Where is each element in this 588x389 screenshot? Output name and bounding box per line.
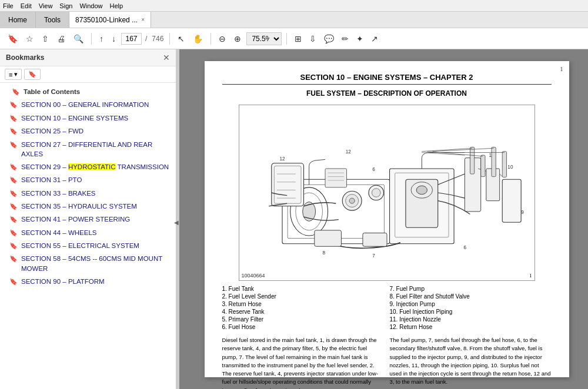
svg-point-24 (372, 189, 380, 197)
expand-all-button[interactable]: ≡ ▾ (5, 69, 22, 80)
bookmark-s55[interactable]: 🔖 SECTION 55 – ELECTRICAL SYSTEM (0, 239, 176, 252)
bookmark-s90[interactable]: 🔖 SECTION 90 – PLATFORM (0, 275, 176, 288)
nav-up-button[interactable]: ↑ (96, 32, 106, 45)
bookmark-s58[interactable]: 🔖 SECTION 58 – 54CMS -- 60CMS MID MOUNT … (0, 252, 176, 274)
separator-4 (286, 33, 287, 45)
bookmark-s10-label: SECTION 10 – ENGINE SYSTEMS (21, 113, 128, 123)
bookmark-s25-label: SECTION 25 – FWD (21, 126, 83, 136)
menu-file[interactable]: File (3, 2, 14, 9)
bookmark-tool-button[interactable]: 🔖 (24, 69, 41, 80)
svg-text:10: 10 (507, 165, 513, 170)
bookmark-s44-label: SECTION 44 – WHEELS (21, 228, 96, 237)
bookmark-s44[interactable]: 🔖 SECTION 44 – WHEELS (0, 226, 176, 239)
hand-tool[interactable]: ✋ (190, 32, 206, 45)
left-gutter (187, 61, 205, 377)
svg-text:12: 12 (345, 149, 351, 155)
bookmark-s90-icon: 🔖 (9, 277, 18, 286)
legend-9: 9. Injection Pump (390, 301, 552, 307)
menu-sign[interactable]: Sign (59, 2, 72, 9)
legend-3: 3. Return Hose (222, 301, 384, 307)
menu-edit[interactable]: Edit (21, 2, 32, 9)
menu-bar: File Edit View Sign Window Help (0, 0, 588, 12)
search-button[interactable]: 🔍 (71, 32, 86, 45)
share2-button[interactable]: ↗ (368, 32, 381, 45)
legend-section: 1. Fuel Tank 2. Fuel Level Sender 3. Ret… (222, 286, 552, 331)
bookmark-s10[interactable]: 🔖 SECTION 10 – ENGINE SYSTEMS (0, 112, 176, 125)
bookmark-s33[interactable]: 🔖 SECTION 33 – BRAKES (0, 187, 176, 200)
svg-rect-34 (325, 169, 347, 187)
tab-close-button[interactable]: × (141, 16, 145, 23)
right-tools: ⊞ ⇩ 💬 ✏ ✦ ↗ (292, 32, 381, 45)
tab-doc-label: 87350100-Linked ... (75, 16, 138, 24)
desc-right: The fuel pump, 7, sends fuel through the… (390, 336, 552, 389)
menu-window[interactable]: Window (79, 2, 102, 9)
zoom-out-button[interactable]: ⊖ (216, 32, 229, 45)
svg-rect-41 (470, 147, 474, 174)
print-button[interactable]: 🖨 (54, 32, 68, 45)
svg-rect-6 (271, 163, 303, 206)
sidebar-close-button[interactable]: ✕ (163, 53, 170, 62)
figure-id: 10040664 (242, 273, 265, 279)
highlight-button[interactable]: ✦ (353, 32, 366, 45)
tab-document[interactable]: 87350100-Linked ... × (69, 12, 151, 28)
separator-3 (211, 33, 211, 45)
sidebar-toolbar: ≡ ▾ 🔖 (0, 66, 176, 83)
bookmark-s55-label: SECTION 55 – ELECTRICAL SYSTEM (21, 241, 139, 250)
sidebar: Bookmarks ✕ ≡ ▾ 🔖 🔖 Table of Contents 🔖 … (0, 49, 176, 389)
bookmark-s31-icon: 🔖 (9, 176, 18, 185)
toolbar: 🔖 ☆ ⇧ 🖨 🔍 ↑ ↓ 167 / 746 ↖ ✋ ⊖ ⊕ 75.5% 50… (0, 28, 588, 49)
tab-home[interactable]: Home (0, 12, 36, 28)
bookmark-s29[interactable]: 🔖 SECTION 29 – HYDROSTATIC TRANSMISSION (0, 160, 176, 173)
fit-page-button[interactable]: ⊞ (292, 32, 305, 45)
bookmark-s00-icon: 🔖 (9, 100, 18, 109)
bookmark-s27[interactable]: 🔖 SECTION 27 – DIFFERENTIAL AND REAR AXL… (0, 138, 176, 160)
svg-rect-44 (502, 152, 506, 177)
draw-button[interactable]: ✏ (339, 32, 352, 45)
share-button[interactable]: ⇧ (39, 32, 52, 45)
bookmark-s31[interactable]: 🔖 SECTION 31 – PTO (0, 173, 176, 186)
doc-viewer[interactable]: 1 SECTION 10 – ENGINE SYSTEMS – CHAPTER … (179, 49, 588, 389)
svg-text:8: 8 (322, 250, 325, 256)
expand-chevron: ▾ (14, 71, 18, 78)
bookmark-toc[interactable]: 🔖 Table of Contents (0, 85, 176, 98)
sidebar-title: Bookmarks (6, 53, 44, 62)
zoom-in-button[interactable]: ⊕ (231, 32, 244, 45)
resize-handle[interactable] (176, 49, 179, 389)
bookmark-s33-icon: 🔖 (9, 189, 18, 198)
description-section: Diesel fuel stored in the main fuel tank… (222, 336, 552, 389)
bookmark-toc-label: Table of Contents (24, 87, 80, 96)
doc-figure: 12 12 6 11 10 9 8 7 6 (239, 105, 535, 281)
legend-2: 2. Fuel Level Sender (222, 293, 384, 300)
star-button[interactable]: ☆ (23, 32, 36, 45)
nav-down-button[interactable]: ↓ (109, 32, 119, 45)
section-title: SECTION 10 – ENGINE SYSTEMS – CHAPTER 2 (222, 73, 552, 85)
bookmark-s29-label: SECTION 29 – HYDROSTATIC TRANSMISSION (21, 162, 169, 172)
zoom-select[interactable]: 75.5% 50% 100% 125% 150% (246, 32, 282, 45)
tab-tools[interactable]: Tools (36, 12, 69, 28)
legend-7: 7. Fuel Pump (390, 286, 552, 292)
rotate-button[interactable]: ⇩ (306, 32, 319, 45)
bookmark-button[interactable]: 🔖 (5, 32, 21, 45)
bookmark-s41[interactable]: 🔖 SECTION 41 – POWER STEERING (0, 213, 176, 226)
sidebar-items: 🔖 Table of Contents 🔖 SECTION 00 – GENER… (0, 83, 176, 389)
svg-rect-42 (480, 155, 485, 177)
legend-1: 1. Fuel Tank (222, 286, 384, 292)
comment-button[interactable]: 💬 (321, 32, 337, 45)
cursor-tool[interactable]: ↖ (175, 32, 188, 45)
bookmark-s10-icon: 🔖 (9, 114, 18, 123)
menu-view[interactable]: View (39, 2, 53, 9)
legend-12: 12. Return Hose (390, 324, 552, 330)
page-separator: / (144, 35, 148, 43)
svg-rect-19 (502, 179, 521, 222)
page-input[interactable]: 167 (121, 33, 142, 45)
bookmark-s35-label: SECTION 35 – HYDRAULIC SYSTEM (21, 202, 137, 211)
bookmark-s25[interactable]: 🔖 SECTION 25 – FWD (0, 125, 176, 138)
bookmark-s55-icon: 🔖 (9, 242, 18, 250)
svg-rect-38 (314, 230, 341, 246)
bookmark-s41-icon: 🔖 (9, 215, 18, 224)
menu-help[interactable]: Help (110, 2, 123, 9)
bookmark-s00[interactable]: 🔖 SECTION 00 – GENERAL INFORMATION (0, 98, 176, 111)
svg-text:12: 12 (279, 156, 285, 162)
bookmark-s29-icon: 🔖 (9, 163, 18, 172)
bookmark-s35[interactable]: 🔖 SECTION 35 – HYDRAULIC SYSTEM (0, 200, 176, 213)
